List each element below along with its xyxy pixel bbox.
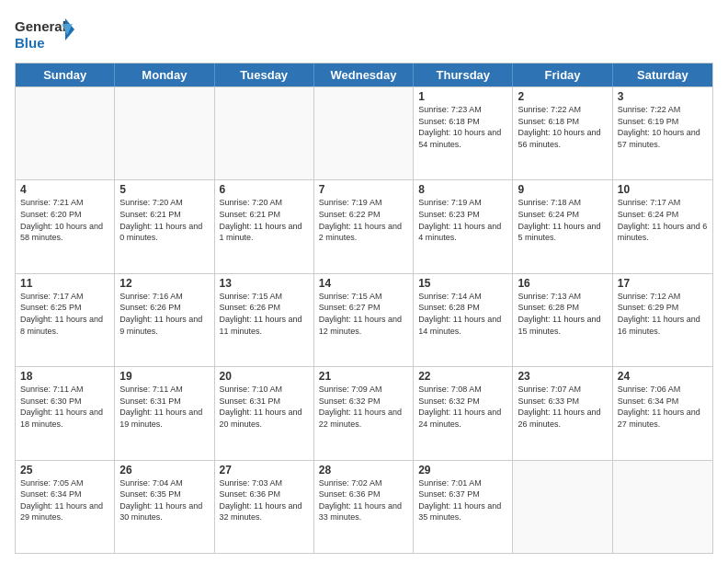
day-info: Sunrise: 7:18 AM Sunset: 6:24 PM Dayligh… [518,197,607,243]
day-info: Sunrise: 7:15 AM Sunset: 6:27 PM Dayligh… [319,291,408,337]
day-header-sunday: Sunday [16,63,115,86]
day-number: 10 [618,183,708,196]
day-info: Sunrise: 7:07 AM Sunset: 6:33 PM Dayligh… [518,384,607,430]
day-info: Sunrise: 7:23 AM Sunset: 6:18 PM Dayligh… [418,104,507,150]
calendar-row-1: 4Sunrise: 7:21 AM Sunset: 6:20 PM Daylig… [16,179,712,272]
day-info: Sunrise: 7:19 AM Sunset: 6:23 PM Dayligh… [418,197,507,243]
day-number: 13 [220,277,309,290]
day-cell-25: 25Sunrise: 7:05 AM Sunset: 6:34 PM Dayli… [16,461,115,553]
day-cell-20: 20Sunrise: 7:10 AM Sunset: 6:31 PM Dayli… [215,367,314,459]
day-cell-3: 3Sunrise: 7:22 AM Sunset: 6:19 PM Daylig… [613,87,712,179]
day-info: Sunrise: 7:13 AM Sunset: 6:28 PM Dayligh… [518,291,607,337]
day-cell-21: 21Sunrise: 7:09 AM Sunset: 6:32 PM Dayli… [314,367,414,459]
day-cell-9: 9Sunrise: 7:18 AM Sunset: 6:24 PM Daylig… [513,180,612,272]
calendar-row-4: 25Sunrise: 7:05 AM Sunset: 6:34 PM Dayli… [16,460,712,553]
empty-cell [215,87,314,179]
day-info: Sunrise: 7:08 AM Sunset: 6:32 PM Dayligh… [418,384,507,430]
calendar: SundayMondayTuesdayWednesdayThursdayFrid… [15,63,713,554]
day-number: 16 [518,277,607,290]
header: General Blue [15,15,713,55]
empty-cell [314,87,414,179]
day-number: 3 [618,90,708,103]
day-info: Sunrise: 7:11 AM Sunset: 6:30 PM Dayligh… [20,384,109,430]
day-cell-4: 4Sunrise: 7:21 AM Sunset: 6:20 PM Daylig… [16,180,115,272]
day-cell-22: 22Sunrise: 7:08 AM Sunset: 6:32 PM Dayli… [414,367,513,459]
day-number: 22 [418,370,507,383]
day-header-saturday: Saturday [613,63,712,86]
day-cell-12: 12Sunrise: 7:16 AM Sunset: 6:26 PM Dayli… [115,274,214,366]
day-cell-2: 2Sunrise: 7:22 AM Sunset: 6:18 PM Daylig… [513,87,612,179]
svg-text:General: General [15,18,66,34]
day-number: 26 [119,464,209,477]
day-number: 28 [319,464,408,477]
empty-cell [613,461,712,553]
day-cell-17: 17Sunrise: 7:12 AM Sunset: 6:29 PM Dayli… [613,274,712,366]
calendar-row-0: 1Sunrise: 7:23 AM Sunset: 6:18 PM Daylig… [16,86,712,179]
day-info: Sunrise: 7:05 AM Sunset: 6:34 PM Dayligh… [20,477,109,523]
day-cell-29: 29Sunrise: 7:01 AM Sunset: 6:37 PM Dayli… [414,461,513,553]
empty-cell [513,461,612,553]
day-info: Sunrise: 7:15 AM Sunset: 6:26 PM Dayligh… [220,291,309,337]
day-number: 24 [618,370,708,383]
day-info: Sunrise: 7:03 AM Sunset: 6:36 PM Dayligh… [220,477,309,523]
day-number: 12 [119,277,209,290]
day-cell-18: 18Sunrise: 7:11 AM Sunset: 6:30 PM Dayli… [16,367,115,459]
day-number: 11 [20,277,109,290]
day-info: Sunrise: 7:10 AM Sunset: 6:31 PM Dayligh… [220,384,309,430]
day-info: Sunrise: 7:16 AM Sunset: 6:26 PM Dayligh… [119,291,209,337]
day-number: 7 [319,183,408,196]
calendar-row-2: 11Sunrise: 7:17 AM Sunset: 6:25 PM Dayli… [16,273,712,366]
day-info: Sunrise: 7:02 AM Sunset: 6:36 PM Dayligh… [319,477,408,523]
day-number: 2 [518,90,607,103]
day-info: Sunrise: 7:14 AM Sunset: 6:28 PM Dayligh… [418,291,507,337]
empty-cell [115,87,214,179]
day-number: 21 [319,370,408,383]
day-number: 18 [20,370,109,383]
day-cell-19: 19Sunrise: 7:11 AM Sunset: 6:31 PM Dayli… [115,367,214,459]
day-cell-1: 1Sunrise: 7:23 AM Sunset: 6:18 PM Daylig… [414,87,513,179]
svg-text:Blue: Blue [15,35,45,51]
day-number: 1 [418,90,507,103]
day-number: 29 [418,464,507,477]
day-number: 4 [20,183,109,196]
day-header-friday: Friday [513,63,612,86]
day-number: 15 [418,277,507,290]
day-cell-10: 10Sunrise: 7:17 AM Sunset: 6:24 PM Dayli… [613,180,712,272]
day-number: 8 [418,183,507,196]
day-cell-24: 24Sunrise: 7:06 AM Sunset: 6:34 PM Dayli… [613,367,712,459]
day-cell-27: 27Sunrise: 7:03 AM Sunset: 6:36 PM Dayli… [215,461,314,553]
day-info: Sunrise: 7:20 AM Sunset: 6:21 PM Dayligh… [119,197,209,243]
logo-svg: General Blue [15,15,79,55]
day-info: Sunrise: 7:12 AM Sunset: 6:29 PM Dayligh… [618,291,708,337]
day-cell-5: 5Sunrise: 7:20 AM Sunset: 6:21 PM Daylig… [115,180,214,272]
day-info: Sunrise: 7:09 AM Sunset: 6:32 PM Dayligh… [319,384,408,430]
day-cell-16: 16Sunrise: 7:13 AM Sunset: 6:28 PM Dayli… [513,274,612,366]
day-cell-23: 23Sunrise: 7:07 AM Sunset: 6:33 PM Dayli… [513,367,612,459]
day-cell-7: 7Sunrise: 7:19 AM Sunset: 6:22 PM Daylig… [314,180,414,272]
day-header-wednesday: Wednesday [314,63,414,86]
day-cell-8: 8Sunrise: 7:19 AM Sunset: 6:23 PM Daylig… [414,180,513,272]
day-info: Sunrise: 7:19 AM Sunset: 6:22 PM Dayligh… [319,197,408,243]
day-info: Sunrise: 7:22 AM Sunset: 6:18 PM Dayligh… [518,104,607,150]
day-number: 23 [518,370,607,383]
day-cell-6: 6Sunrise: 7:20 AM Sunset: 6:21 PM Daylig… [215,180,314,272]
day-header-tuesday: Tuesday [215,63,314,86]
day-number: 9 [518,183,607,196]
day-info: Sunrise: 7:04 AM Sunset: 6:35 PM Dayligh… [119,477,209,523]
day-cell-13: 13Sunrise: 7:15 AM Sunset: 6:26 PM Dayli… [215,274,314,366]
day-number: 19 [119,370,209,383]
day-cell-15: 15Sunrise: 7:14 AM Sunset: 6:28 PM Dayli… [414,274,513,366]
day-info: Sunrise: 7:22 AM Sunset: 6:19 PM Dayligh… [618,104,708,150]
day-number: 5 [119,183,209,196]
day-number: 25 [20,464,109,477]
day-number: 17 [618,277,708,290]
day-info: Sunrise: 7:17 AM Sunset: 6:25 PM Dayligh… [20,291,109,337]
day-info: Sunrise: 7:06 AM Sunset: 6:34 PM Dayligh… [618,384,708,430]
day-number: 6 [220,183,309,196]
calendar-body: 1Sunrise: 7:23 AM Sunset: 6:18 PM Daylig… [16,86,712,553]
day-cell-28: 28Sunrise: 7:02 AM Sunset: 6:36 PM Dayli… [314,461,414,553]
calendar-row-3: 18Sunrise: 7:11 AM Sunset: 6:30 PM Dayli… [16,366,712,459]
day-info: Sunrise: 7:20 AM Sunset: 6:21 PM Dayligh… [220,197,309,243]
day-info: Sunrise: 7:11 AM Sunset: 6:31 PM Dayligh… [119,384,209,430]
day-number: 20 [220,370,309,383]
